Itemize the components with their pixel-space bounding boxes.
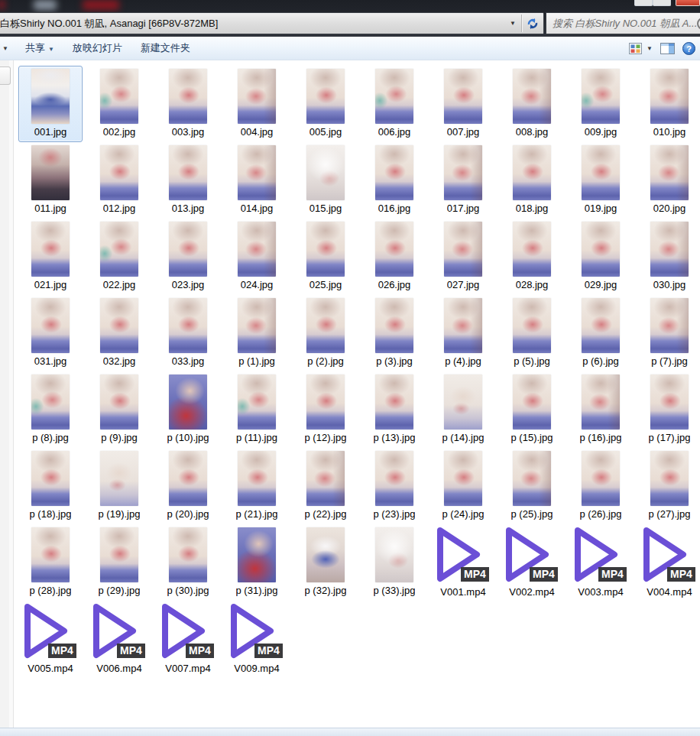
image-tile-box: 006.jpg: [362, 66, 426, 142]
file-tile[interactable]: 004.jpg: [222, 66, 291, 142]
file-tile[interactable]: 003.jpg: [154, 66, 222, 142]
file-tile[interactable]: 002.jpg: [85, 66, 154, 142]
file-tile[interactable]: p (10).jpg: [154, 371, 222, 448]
file-tile[interactable]: p (4).jpg: [429, 295, 497, 371]
file-tile[interactable]: 031.jpg: [16, 295, 85, 371]
file-tile[interactable]: p (31).jpg: [222, 524, 291, 601]
file-tile[interactable]: p (20).jpg: [154, 448, 222, 524]
file-tile[interactable]: 016.jpg: [360, 142, 429, 219]
photo-thumbnail: [444, 298, 482, 353]
file-tile[interactable]: 007.jpg: [429, 66, 497, 142]
file-tile[interactable]: p (2).jpg: [291, 295, 360, 371]
change-view-icon[interactable]: [629, 43, 642, 54]
file-tile[interactable]: 033.jpg: [154, 295, 222, 371]
file-tile[interactable]: p (25).jpg: [497, 448, 566, 524]
file-tile[interactable]: p (21).jpg: [222, 448, 291, 524]
preview-pane-icon[interactable]: [660, 43, 675, 54]
file-tile[interactable]: 001.jpg: [16, 66, 85, 142]
file-tile[interactable]: 030.jpg: [635, 219, 700, 295]
close-button[interactable]: [676, 0, 700, 6]
file-tile[interactable]: p (6).jpg: [566, 295, 635, 371]
file-tile[interactable]: MP4V003.mp4: [566, 524, 635, 601]
file-tile[interactable]: p (11).jpg: [222, 371, 291, 448]
file-tile[interactable]: 017.jpg: [429, 142, 497, 219]
file-tile[interactable]: 010.jpg: [635, 66, 700, 142]
file-tile[interactable]: p (1).jpg: [222, 295, 291, 371]
file-tile[interactable]: p (7).jpg: [635, 295, 700, 371]
photo-thumbnail: [100, 145, 138, 200]
image-tile-box: 025.jpg: [293, 219, 358, 295]
image-tile-box: p (33).jpg: [362, 524, 426, 601]
file-tile[interactable]: p (19).jpg: [85, 448, 154, 524]
file-tile[interactable]: p (27).jpg: [635, 448, 700, 524]
file-tile[interactable]: 019.jpg: [566, 142, 635, 219]
file-tile[interactable]: MP4V002.mp4: [497, 524, 566, 601]
file-tile[interactable]: 028.jpg: [497, 219, 566, 295]
file-tile[interactable]: 024.jpg: [222, 219, 291, 295]
file-tile[interactable]: 009.jpg: [566, 66, 635, 142]
file-tile[interactable]: p (14).jpg: [429, 371, 497, 448]
file-tile[interactable]: 018.jpg: [497, 142, 566, 219]
file-name: V004.mp4: [647, 586, 692, 598]
file-tile[interactable]: p (26).jpg: [566, 448, 635, 524]
file-tile[interactable]: 023.jpg: [154, 219, 222, 295]
file-tile[interactable]: p (33).jpg: [360, 524, 429, 601]
file-tile[interactable]: MP4V009.mp4: [222, 601, 291, 677]
file-tile[interactable]: MP4V007.mp4: [154, 601, 222, 677]
file-tile[interactable]: p (32).jpg: [291, 524, 360, 601]
slideshow-button[interactable]: 放映幻灯片: [63, 37, 131, 59]
file-tile[interactable]: p (30).jpg: [154, 524, 222, 601]
file-tile[interactable]: p (16).jpg: [566, 371, 635, 448]
new-folder-button[interactable]: 新建文件夹: [131, 37, 199, 59]
file-tile[interactable]: p (12).jpg: [291, 371, 360, 448]
search-icon: [697, 18, 700, 30]
file-tile[interactable]: p (18).jpg: [16, 448, 85, 524]
file-tile[interactable]: 005.jpg: [291, 66, 360, 142]
refresh-button[interactable]: [522, 13, 543, 34]
share-button[interactable]: 共享▼: [16, 37, 63, 59]
file-tile[interactable]: p (13).jpg: [360, 371, 429, 448]
photo-thumbnail: [100, 374, 138, 430]
file-tile[interactable]: 029.jpg: [566, 219, 635, 295]
file-tile[interactable]: 020.jpg: [635, 142, 700, 219]
file-tile[interactable]: MP4V001.mp4: [429, 524, 497, 601]
address-dropdown-icon[interactable]: ▼: [504, 20, 521, 27]
file-tile[interactable]: p (9).jpg: [85, 371, 154, 448]
file-tile[interactable]: 021.jpg: [16, 219, 85, 295]
file-tile[interactable]: p (3).jpg: [360, 295, 429, 371]
file-tile[interactable]: 014.jpg: [222, 142, 291, 219]
file-tile[interactable]: 012.jpg: [85, 142, 154, 219]
file-tile[interactable]: p (22).jpg: [291, 448, 360, 524]
file-tile[interactable]: 025.jpg: [291, 219, 360, 295]
file-tile[interactable]: p (29).jpg: [85, 524, 154, 601]
address-bar[interactable]: 白栎Shirly NO.001 朝凪, Asanagi [66P8V-872MB…: [0, 12, 544, 34]
file-tile[interactable]: p (8).jpg: [16, 371, 85, 448]
file-tile[interactable]: p (5).jpg: [497, 295, 566, 371]
file-tile[interactable]: MP4V006.mp4: [85, 601, 154, 677]
maximize-button[interactable]: [653, 0, 671, 6]
file-tile[interactable]: MP4V005.mp4: [16, 601, 85, 677]
search-box[interactable]: 搜索 白栎Shirly NO.001 朝凪 A...: [546, 12, 700, 34]
file-tile[interactable]: p (23).jpg: [360, 448, 429, 524]
file-tile[interactable]: 013.jpg: [154, 142, 222, 219]
scrollbar-thumb[interactable]: [0, 66, 11, 85]
file-tile[interactable]: 015.jpg: [291, 142, 360, 219]
file-tile[interactable]: 006.jpg: [360, 66, 429, 142]
file-tile[interactable]: 026.jpg: [360, 219, 429, 295]
file-tile[interactable]: 027.jpg: [429, 219, 497, 295]
minimize-button[interactable]: [634, 0, 653, 6]
left-scrollbar[interactable]: [0, 60, 14, 728]
file-tile[interactable]: 032.jpg: [85, 295, 154, 371]
mp4-badge: MP4: [598, 567, 627, 582]
file-tile[interactable]: p (28).jpg: [16, 524, 85, 601]
file-tile[interactable]: MP4V004.mp4: [635, 524, 700, 601]
chevron-down-icon[interactable]: ▼: [647, 45, 653, 52]
file-tile[interactable]: 008.jpg: [497, 66, 566, 142]
file-tile[interactable]: p (15).jpg: [497, 371, 566, 448]
file-tile[interactable]: p (17).jpg: [635, 371, 700, 448]
file-tile[interactable]: 022.jpg: [85, 219, 154, 295]
toolbar-overflow-icon[interactable]: ▼: [0, 45, 16, 52]
file-tile[interactable]: p (24).jpg: [429, 448, 497, 524]
help-icon[interactable]: ?: [682, 42, 695, 55]
file-tile[interactable]: 011.jpg: [16, 142, 85, 219]
